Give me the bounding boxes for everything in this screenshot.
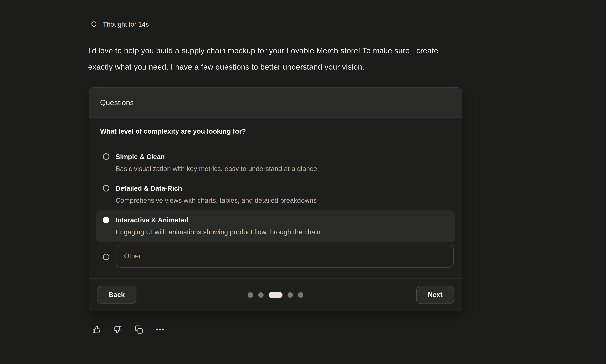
next-button[interactable]: Next (416, 286, 454, 304)
option-detailed-data-rich[interactable]: Detailed & Data-Rich Comprehensive views… (96, 179, 455, 210)
options-list: Simple & Clean Basic visualization with … (96, 147, 455, 268)
thought-label: Thought for 14s (103, 21, 149, 29)
message-actions (92, 324, 164, 334)
more-options-icon[interactable] (155, 324, 165, 334)
option-label: Detailed & Data-Rich (116, 183, 448, 194)
pagination-dot (248, 292, 253, 298)
radio-unselected-icon[interactable] (103, 185, 109, 191)
pagination-dot (258, 292, 264, 298)
pagination-dot (287, 292, 293, 298)
pagination-dot (298, 292, 303, 298)
assistant-message-text: I'd love to help you build a supply chai… (88, 42, 544, 75)
pagination-dot-active (269, 292, 283, 298)
question-text: What level of complexity are you looking… (100, 126, 451, 136)
chat-message-view: Thought for 14s I'd love to help you bui… (0, 0, 606, 364)
questions-card-header: Questions (89, 88, 462, 118)
lightbulb-icon (90, 21, 98, 29)
back-button[interactable]: Back (97, 286, 136, 304)
other-text-input[interactable] (116, 245, 454, 268)
option-description: Comprehensive views with charts, tables,… (116, 195, 448, 206)
thumbs-up-icon[interactable] (92, 324, 101, 334)
pagination-dots (248, 292, 303, 298)
option-label: Interactive & Animated (116, 215, 448, 225)
option-description: Basic visualization with key metrics, ea… (116, 164, 448, 174)
option-label: Simple & Clean (116, 152, 448, 162)
radio-unselected-icon[interactable] (103, 153, 109, 160)
option-other (96, 242, 455, 268)
card-title: Questions (100, 98, 134, 107)
thought-summary[interactable]: Thought for 14s (90, 21, 149, 29)
questions-card-footer: Back Next (89, 278, 462, 311)
questions-card: Questions What level of complexity are y… (89, 87, 462, 311)
radio-unselected-icon[interactable] (103, 254, 109, 260)
option-simple-clean[interactable]: Simple & Clean Basic visualization with … (96, 147, 455, 179)
option-description: Engaging UI with animations showing prod… (116, 227, 448, 237)
thumbs-down-icon[interactable] (113, 324, 122, 334)
questions-card-body: What level of complexity are you looking… (89, 126, 462, 268)
copy-icon[interactable] (134, 324, 144, 334)
option-interactive-animated[interactable]: Interactive & Animated Engaging UI with … (96, 210, 455, 242)
radio-selected-icon[interactable] (103, 217, 109, 223)
